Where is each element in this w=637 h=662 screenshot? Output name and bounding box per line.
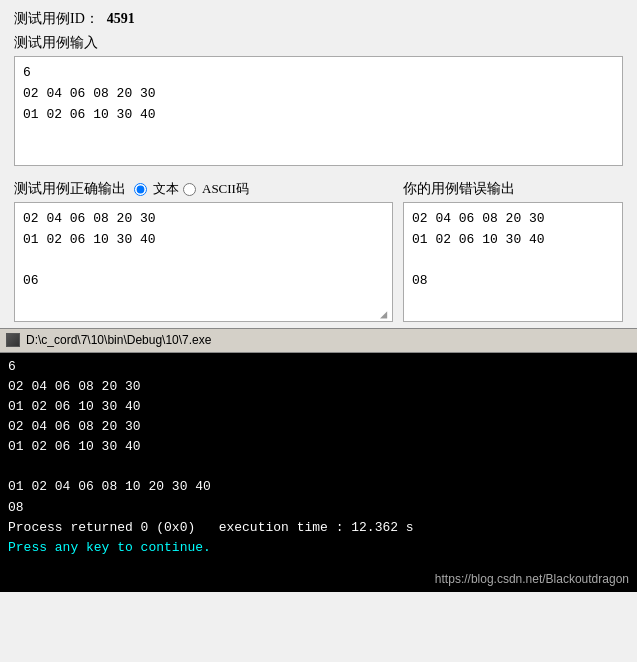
test-id-row: 测试用例ID： 4591 [14, 10, 623, 28]
terminal-title: D:\c_cord\7\10\bin\Debug\10\7.exe [26, 331, 211, 350]
correct-output-label: 测试用例正确输出 [14, 180, 126, 198]
test-input-box: 6 02 04 06 08 20 30 01 02 06 10 30 40 [14, 56, 623, 166]
terminal-titlebar: D:\c_cord\7\10\bin\Debug\10\7.exe [0, 328, 637, 353]
correct-output-box: 02 04 06 08 20 30 01 02 06 10 30 40 06 ◢ [14, 202, 393, 322]
terminal-content: 6 02 04 06 08 20 30 01 02 06 10 30 40 02… [0, 353, 637, 568]
your-output-panel: 你的用例错误输出 02 04 06 08 20 30 01 02 06 10 3… [403, 180, 623, 322]
radio-text-label: 文本 [153, 180, 179, 198]
your-output-box: 02 04 06 08 20 30 01 02 06 10 30 40 08 [403, 202, 623, 322]
correct-output-panel: 测试用例正确输出 文本 ASCII码 02 04 06 08 20 30 01 … [14, 180, 393, 322]
terminal-line: 02 04 06 08 20 30 [8, 377, 629, 397]
terminal-line: 01 02 06 10 30 40 [8, 397, 629, 417]
radio-group[interactable]: 文本 ASCII码 [134, 180, 249, 198]
your-output-header: 你的用例错误输出 [403, 180, 623, 198]
footer-link: https://blog.csdn.net/Blackoutdragon [435, 570, 629, 589]
terminal-line: 02 04 06 08 20 30 [8, 417, 629, 437]
terminal-press-any-key: Press any key to continue. [8, 538, 629, 558]
test-id-value: 4591 [107, 11, 135, 27]
terminal-footer: https://blog.csdn.net/Blackoutdragon [0, 568, 637, 593]
your-output-label: 你的用例错误输出 [403, 181, 515, 196]
test-id-label: 测试用例ID： [14, 10, 99, 28]
terminal-icon [6, 333, 20, 347]
your-output-content: 02 04 06 08 20 30 01 02 06 10 30 40 08 [412, 211, 545, 288]
terminal-line: 08 [8, 498, 629, 518]
radio-ascii-label: ASCII码 [202, 180, 249, 198]
terminal-section: D:\c_cord\7\10\bin\Debug\10\7.exe 6 02 0… [0, 328, 637, 592]
terminal-process-return: Process returned 0 (0x0) execution time … [8, 518, 629, 538]
resize-handle[interactable]: ◢ [380, 309, 390, 319]
terminal-line [8, 457, 629, 477]
terminal-line: 01 02 04 06 08 10 20 30 40 [8, 477, 629, 497]
input-section-label: 测试用例输入 [14, 34, 623, 52]
terminal-line: 01 02 06 10 30 40 [8, 437, 629, 457]
middle-row: 测试用例正确输出 文本 ASCII码 02 04 06 08 20 30 01 … [0, 180, 637, 328]
radio-text[interactable] [134, 183, 147, 196]
input-content: 6 02 04 06 08 20 30 01 02 06 10 30 40 [23, 65, 156, 122]
terminal-line: 6 [8, 357, 629, 377]
top-section: 测试用例ID： 4591 测试用例输入 6 02 04 06 08 20 30 … [0, 0, 637, 180]
correct-output-content: 02 04 06 08 20 30 01 02 06 10 30 40 06 [23, 211, 156, 288]
radio-ascii[interactable] [183, 183, 196, 196]
correct-output-header: 测试用例正确输出 文本 ASCII码 [14, 180, 393, 198]
